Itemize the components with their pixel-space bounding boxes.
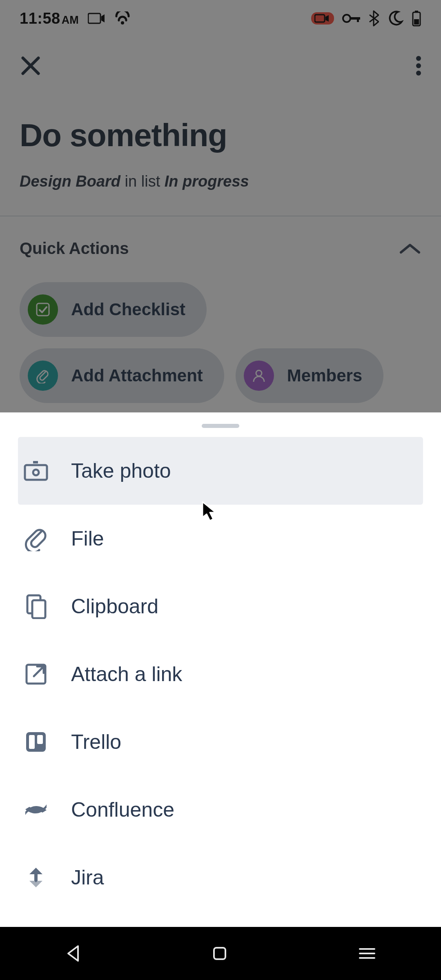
android-nav-bar [0,927,441,980]
sheet-item-label: Trello [71,730,121,754]
paperclip-icon [23,526,49,551]
confluence-item[interactable]: Confluence [0,776,441,844]
svg-rect-15 [33,461,38,463]
jira-item[interactable]: Jira [0,844,441,911]
sheet-item-label: Jira [71,866,104,889]
confluence-icon [23,799,49,821]
svg-rect-14 [25,465,47,480]
attachment-picker-sheet: Take photo File Clipboard Attach a link [0,412,441,927]
clipboard-item[interactable]: Clipboard [0,572,441,640]
attach-link-item[interactable]: Attach a link [0,640,441,708]
svg-point-16 [33,470,39,475]
camera-icon [23,460,49,481]
svg-rect-23 [214,948,225,959]
file-item[interactable]: File [0,505,441,572]
trello-icon [23,731,49,753]
svg-rect-21 [29,735,35,749]
svg-rect-18 [32,600,45,618]
jira-icon [23,866,49,889]
sheet-drag-handle[interactable] [202,424,239,428]
take-photo-item[interactable]: Take photo [18,437,423,505]
sheet-item-label: Confluence [71,798,174,822]
home-button[interactable] [212,945,228,962]
sheet-item-label: File [71,527,104,550]
back-button[interactable] [65,944,81,962]
svg-rect-22 [37,735,43,744]
sheet-item-label: Attach a link [71,662,182,686]
trello-item[interactable]: Trello [0,708,441,776]
recent-apps-button[interactable] [358,947,376,960]
sheet-item-label: Clipboard [71,595,158,618]
clipboard-icon [23,594,49,619]
link-out-icon [23,662,49,686]
sheet-item-label: Take photo [71,459,171,483]
